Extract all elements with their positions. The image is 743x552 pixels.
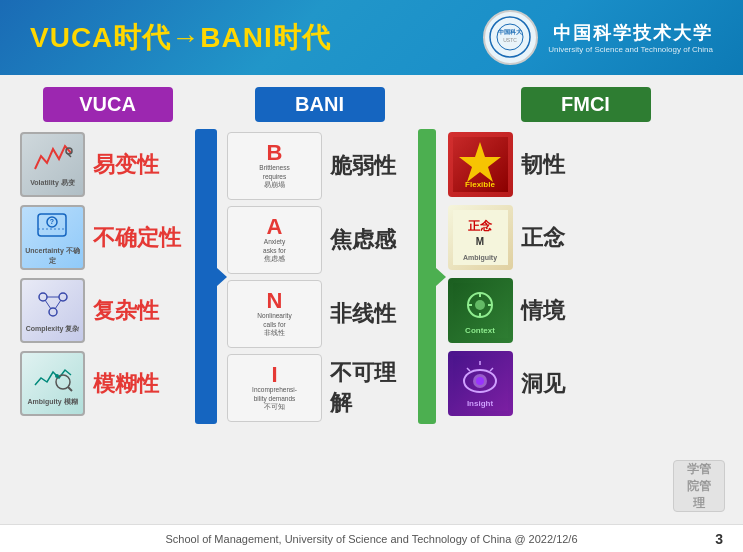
fmci-icon-c: Context [448, 278, 513, 343]
ambiguity-icon: Ambiguity 模糊 [20, 351, 85, 416]
svg-text:正念: 正念 [468, 219, 493, 233]
fmci-items: Flexible 韧性 正念 M Ambiguity [448, 132, 723, 416]
svg-point-10 [39, 293, 47, 301]
bani-card-a: A Anxietyasks for焦虑感 [227, 206, 322, 274]
vuca-items: Volatility 易变 易变性 ? Uncertainty 不确定 [20, 132, 195, 416]
vuca-item-ambiguity: Ambiguity 模糊 模糊性 [20, 351, 195, 416]
complexity-icon: Complexity 复杂 [20, 278, 85, 343]
uncertainty-icon: ? Uncertainty 不确定 [20, 205, 85, 270]
fmci-meaning-i: 洞见 [521, 369, 565, 399]
fmci-column: FMCI [448, 87, 723, 416]
bani-item-a: A Anxietyasks for焦虑感 焦虑感 [227, 206, 412, 274]
svg-text:USTC: USTC [503, 37, 517, 43]
uncertainty-text: 不确定性 [93, 223, 181, 253]
svg-text:Insight: Insight [467, 399, 494, 408]
watermark: 学管 院管 理 [673, 460, 725, 512]
bani-en-a: Anxietyasks for焦虑感 [263, 238, 286, 263]
bani-letter-i: I [271, 364, 277, 386]
vuca-column: VUCA Volatility 易变 易变性 [20, 87, 195, 416]
header: VUCA时代→BANI时代 中国科大 USTC 中国科学技术大学 Univers… [0, 0, 743, 75]
svg-point-37 [476, 377, 484, 385]
blue-bracket [195, 129, 217, 424]
bani-item-n: N Nonlinearitycalls for非线性 非线性 [227, 280, 412, 348]
svg-point-11 [59, 293, 67, 301]
bani-letter-n: N [267, 290, 283, 312]
volatility-text: 易变性 [93, 150, 159, 180]
bani-meaning-i: 不可理解 [330, 358, 412, 418]
vuca-item-complexity: Complexity 复杂 复杂性 [20, 278, 195, 343]
bani-items: B Brittlenessrequires易崩塌 脆弱性 A Anxietyas… [227, 132, 412, 422]
bani-en-b: Brittlenessrequires易崩塌 [259, 164, 289, 189]
fmci-meaning-m: 正念 [521, 223, 565, 253]
bani-item-i: I Incomprehensi-bility demands不可知 不可理解 [227, 354, 412, 422]
ambiguity-text: 模糊性 [93, 369, 159, 399]
footer-page: 3 [715, 531, 723, 547]
logo-icon: 中国科大 USTC [483, 10, 538, 65]
svg-text:M: M [476, 236, 484, 247]
fmci-icon-insight: Insight [448, 351, 513, 416]
header-logo: 中国科大 USTC 中国科学技术大学 University of Science… [483, 10, 713, 65]
bani-letter-b: B [267, 142, 283, 164]
svg-line-17 [68, 387, 72, 391]
svg-text:Flexible: Flexible [465, 180, 495, 189]
svg-text:中国科大: 中国科大 [498, 28, 523, 35]
bani-meaning-a: 焦虑感 [330, 225, 396, 255]
logo-text: 中国科学技术大学 University of Science and Techn… [548, 21, 713, 54]
bani-meaning-n: 非线性 [330, 299, 396, 329]
footer-text: School of Management, University of Scie… [165, 533, 577, 545]
bani-card-b: B Brittlenessrequires易崩塌 [227, 132, 322, 200]
bani-column: BANI B Brittlenessrequires易崩塌 脆弱性 A Anxi… [227, 87, 412, 422]
bani-meaning-b: 脆弱性 [330, 151, 396, 181]
footer: School of Management, University of Scie… [0, 524, 743, 552]
fmci-meaning-f: 韧性 [521, 150, 565, 180]
svg-point-28 [475, 300, 485, 310]
svg-text:?: ? [49, 218, 53, 225]
blue-bracket-arrow [217, 268, 227, 286]
vuca-item-uncertainty: ? Uncertainty 不确定 不确定性 [20, 205, 195, 270]
bani-letter-a: A [267, 216, 283, 238]
green-bracket [418, 129, 436, 424]
bani-card-i: I Incomprehensi-bility demands不可知 [227, 354, 322, 422]
fmci-item-m: 正念 M Ambiguity 正念 [448, 205, 723, 270]
fmci-meaning-c: 情境 [521, 296, 565, 326]
header-title: VUCA时代→BANI时代 [30, 19, 331, 57]
volatility-icon: Volatility 易变 [20, 132, 85, 197]
vuca-header: VUCA [43, 87, 173, 122]
fmci-header: FMCI [521, 87, 651, 122]
green-bracket-arrow [436, 268, 446, 286]
fmci-item-c: Context 情境 [448, 278, 723, 343]
fmci-item-i: Insight 洞见 [448, 351, 723, 416]
svg-point-18 [55, 374, 59, 378]
svg-text:Ambiguity: Ambiguity [463, 254, 497, 262]
bani-item-b: B Brittlenessrequires易崩塌 脆弱性 [227, 132, 412, 200]
svg-line-15 [55, 300, 61, 309]
bani-en-i: Incomprehensi-bility demands不可知 [252, 386, 297, 411]
svg-line-14 [45, 300, 51, 309]
bani-header: BANI [255, 87, 385, 122]
fmci-icon-f: Flexible [448, 132, 513, 197]
fmci-item-f: Flexible 韧性 [448, 132, 723, 197]
svg-point-12 [49, 308, 57, 316]
complexity-text: 复杂性 [93, 296, 159, 326]
bani-card-n: N Nonlinearitycalls for非线性 [227, 280, 322, 348]
vuca-item-volatility: Volatility 易变 易变性 [20, 132, 195, 197]
bani-en-n: Nonlinearitycalls for非线性 [257, 312, 291, 337]
fmci-icon-m: 正念 M Ambiguity [448, 205, 513, 270]
svg-text:Context: Context [465, 326, 495, 335]
